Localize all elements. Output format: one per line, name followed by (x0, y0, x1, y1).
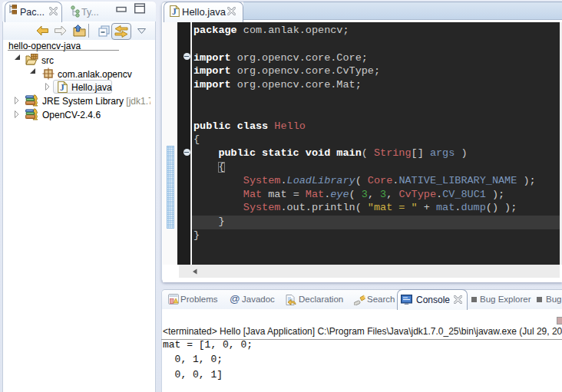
svg-text:J: J (60, 83, 64, 92)
svg-text:J: J (172, 7, 177, 16)
